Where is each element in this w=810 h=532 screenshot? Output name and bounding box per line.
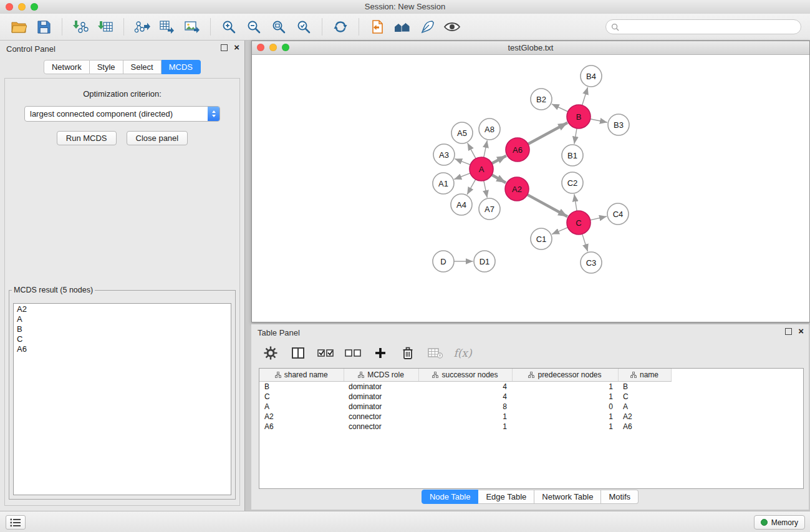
- table-cell[interactable]: A: [618, 402, 671, 412]
- help-document-button[interactable]: [365, 16, 390, 38]
- select-all-button[interactable]: [316, 344, 335, 362]
- import-network-button[interactable]: [68, 16, 93, 38]
- graph-edge-C-C4[interactable]: [591, 216, 607, 220]
- table-cell[interactable]: 1: [418, 422, 512, 432]
- table-row[interactable]: A2connector11A2: [259, 412, 671, 422]
- close-panel-icon[interactable]: ×: [234, 44, 239, 51]
- table-cell[interactable]: A2: [618, 412, 671, 422]
- run-mcds-button[interactable]: Run MCDS: [57, 131, 117, 145]
- zoom-selected-button[interactable]: [291, 16, 316, 38]
- graph-edge-A-A3[interactable]: [455, 159, 470, 165]
- table-row[interactable]: Cdominator41C: [259, 392, 671, 402]
- table-cell[interactable]: 0: [512, 402, 618, 412]
- float-table-panel-icon[interactable]: [785, 328, 792, 335]
- tab-network[interactable]: Network: [44, 60, 90, 74]
- graph-edge-B-B3[interactable]: [591, 119, 607, 123]
- table-row[interactable]: A6connector11A6: [259, 422, 671, 432]
- graph-edge-A-A7[interactable]: [484, 181, 488, 198]
- column-header-predecessor-nodes[interactable]: predecessor nodes: [512, 369, 618, 382]
- table-cell[interactable]: 4: [418, 392, 512, 402]
- column-header-shared-name[interactable]: shared name: [259, 369, 344, 382]
- network-window-titlebar[interactable]: testGlobe.txt: [252, 41, 809, 55]
- zoom-in-button[interactable]: [216, 16, 241, 38]
- export-network-button[interactable]: [130, 16, 155, 38]
- result-item[interactable]: A: [14, 314, 231, 324]
- table-row[interactable]: Adominator80A: [259, 402, 671, 412]
- network-graph-canvas[interactable]: B4B2BB3A5A8A6B1A3AC2A1A2A4A7C4CC1C3DD1: [252, 55, 808, 321]
- save-session-button[interactable]: [31, 16, 56, 38]
- table-cell[interactable]: C: [259, 392, 344, 402]
- graph-edge-A-A4[interactable]: [467, 180, 476, 195]
- zoom-out-button[interactable]: [241, 16, 266, 38]
- close-panel-button[interactable]: Close panel: [127, 131, 188, 145]
- delete-column-button[interactable]: [398, 344, 417, 362]
- result-item[interactable]: A2: [14, 304, 231, 314]
- memory-button[interactable]: Memory: [754, 515, 805, 530]
- float-panel-icon[interactable]: [221, 44, 228, 51]
- table-tab-motifs[interactable]: Motifs: [601, 490, 639, 504]
- table-cell[interactable]: A6: [259, 422, 344, 432]
- table-cell[interactable]: connector: [344, 422, 418, 432]
- table-cell[interactable]: 1: [512, 392, 618, 402]
- task-history-button[interactable]: [6, 515, 26, 530]
- zoom-fit-button[interactable]: [266, 16, 291, 38]
- tab-select[interactable]: Select: [123, 60, 162, 74]
- table-cell[interactable]: dominator: [344, 402, 418, 412]
- table-cell[interactable]: 4: [418, 382, 512, 392]
- import-table-button[interactable]: [93, 16, 118, 38]
- table-cell[interactable]: A6: [618, 422, 671, 432]
- graph-edge-C-C2[interactable]: [574, 194, 577, 211]
- column-header-successor-nodes[interactable]: successor nodes: [418, 369, 512, 382]
- apply-layout-button[interactable]: [328, 16, 353, 38]
- graph-edge-A-A6[interactable]: [492, 156, 506, 163]
- column-header-MCDS-role[interactable]: MCDS role: [344, 369, 418, 382]
- annotation-button[interactable]: [415, 16, 440, 38]
- table-cell[interactable]: 1: [512, 422, 618, 432]
- table-tab-node-table[interactable]: Node Table: [422, 490, 479, 504]
- open-session-button[interactable]: [6, 16, 31, 38]
- add-column-button[interactable]: [371, 344, 390, 362]
- table-cell[interactable]: 1: [512, 382, 618, 392]
- close-table-panel-icon[interactable]: ×: [798, 327, 804, 335]
- panels-button[interactable]: [390, 16, 415, 38]
- table-tab-edge-table[interactable]: Edge Table: [478, 490, 534, 504]
- export-table-button[interactable]: [155, 16, 180, 38]
- table-cell[interactable]: A: [259, 402, 344, 412]
- graph-edge-A-A5[interactable]: [468, 143, 476, 158]
- result-item[interactable]: A6: [14, 344, 231, 354]
- search-input[interactable]: [622, 22, 796, 32]
- table-settings-button[interactable]: [261, 344, 280, 362]
- column-header-name[interactable]: name: [618, 369, 671, 382]
- table-row[interactable]: Bdominator41B: [259, 382, 671, 392]
- export-image-button[interactable]: [180, 16, 205, 38]
- table-cell[interactable]: 8: [418, 402, 512, 412]
- table-cell[interactable]: A2: [259, 412, 344, 422]
- optimization-dropdown[interactable]: largest connected component (directed): [24, 106, 220, 122]
- table-cell[interactable]: B: [618, 382, 671, 392]
- result-item[interactable]: B: [14, 324, 231, 334]
- graph-edge-A-A2[interactable]: [492, 175, 506, 183]
- table-cell[interactable]: 1: [418, 412, 512, 422]
- table-cell[interactable]: dominator: [344, 392, 418, 402]
- graph-edge-A6-B[interactable]: [528, 123, 567, 144]
- table-tab-network-table[interactable]: Network Table: [534, 490, 601, 504]
- graph-edge-B-B2[interactable]: [552, 104, 568, 112]
- graph-edge-B-B4[interactable]: [582, 87, 588, 105]
- graph-edge-A-A8[interactable]: [484, 140, 488, 157]
- show-hide-button[interactable]: [440, 16, 465, 38]
- tab-style[interactable]: Style: [90, 60, 123, 74]
- graph-edge-A2-C[interactable]: [528, 195, 567, 216]
- deselect-all-button[interactable]: [344, 344, 362, 362]
- table-cell[interactable]: 1: [512, 412, 618, 422]
- table-cell[interactable]: connector: [344, 412, 418, 422]
- mcds-result-list[interactable]: A2ABCA6: [13, 303, 231, 495]
- graph-edge-C-C1[interactable]: [552, 228, 568, 235]
- graph-edge-C-C3[interactable]: [582, 234, 588, 251]
- function-builder-button[interactable]: f(x): [453, 344, 472, 362]
- show-columns-button[interactable]: [289, 344, 307, 362]
- delete-table-button[interactable]: [426, 344, 445, 362]
- graph-edge-A-A1[interactable]: [454, 173, 470, 180]
- table-cell[interactable]: C: [618, 392, 671, 402]
- graph-edge-B-B1[interactable]: [574, 128, 577, 144]
- table-cell[interactable]: dominator: [344, 382, 418, 392]
